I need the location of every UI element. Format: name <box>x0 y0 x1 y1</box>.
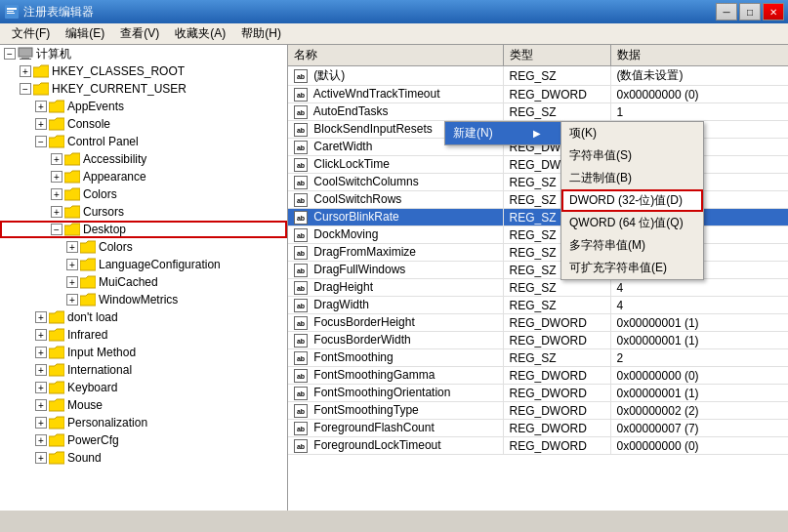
menu-view[interactable]: 查看(V) <box>112 23 167 44</box>
tree-item-colors_cp[interactable]: Colors <box>0 185 287 203</box>
expander-infrared[interactable] <box>35 329 47 341</box>
expander-appearance[interactable] <box>51 171 62 183</box>
context-menu[interactable]: 新建(N) ▶ <box>444 121 561 145</box>
expander-desktop[interactable] <box>51 224 62 235</box>
tree-item-inputmethod[interactable]: Input Method <box>0 344 287 361</box>
expander-international[interactable] <box>35 364 47 376</box>
tree-item-hkey_current_user[interactable]: HKEY_CURRENT_USER <box>0 80 287 98</box>
folder-icon-accessibility <box>64 152 83 167</box>
table-row[interactable]: ab FontSmoothingREG_SZ2 <box>288 349 788 367</box>
table-row[interactable]: ab DragHeightREG_SZ4 <box>288 279 788 297</box>
app-icon <box>4 4 20 20</box>
expander-keyboard[interactable] <box>35 382 47 393</box>
table-row[interactable]: ab FontSmoothingGammaREG_DWORD0x00000000… <box>288 367 788 385</box>
expander-accessibility[interactable] <box>51 153 62 165</box>
submenu-item[interactable]: 可扩充字符串值(E) <box>561 257 703 279</box>
tree-item-languageconfiguration[interactable]: LanguageConfiguration <box>0 256 287 273</box>
table-row[interactable]: ab AutoEndTasksREG_SZ1 <box>288 103 788 121</box>
expander-muicached[interactable] <box>66 276 78 288</box>
expander-colors_cp[interactable] <box>51 188 62 200</box>
tree-item-desktop[interactable]: Desktop <box>0 221 287 238</box>
cell-data: (数值未设置) <box>610 66 788 86</box>
tree-item-hkey_classes_root[interactable]: HKEY_CLASSES_ROOT <box>0 62 287 80</box>
cell-name: ab FocusBorderHeight <box>288 314 503 332</box>
tree-item-console[interactable]: Console <box>0 115 287 133</box>
svg-marker-7 <box>33 65 49 77</box>
expander-console[interactable] <box>35 118 47 130</box>
tree-item-international[interactable]: International <box>0 361 287 379</box>
svg-marker-8 <box>33 83 49 95</box>
submenu-item[interactable]: 多字符串值(M) <box>561 234 703 257</box>
svg-marker-29 <box>49 452 64 464</box>
tree-item-keyboard[interactable]: Keyboard <box>0 379 287 396</box>
table-row[interactable]: ab ActiveWndTrackTimeoutREG_DWORD0x00000… <box>288 86 788 103</box>
table-row[interactable]: ab ForegroundFlashCountREG_DWORD0x000000… <box>288 420 788 437</box>
tree-item-computer[interactable]: 计算机 <box>0 45 287 62</box>
tree-item-dontload[interactable]: don't load <box>0 308 287 326</box>
minimize-button[interactable]: ─ <box>716 3 737 20</box>
table-row[interactable]: ab FocusBorderWidthREG_DWORD0x00000001 (… <box>288 332 788 349</box>
submenu-item[interactable]: 字符串值(S) <box>561 144 703 167</box>
registry-tree[interactable]: 计算机HKEY_CLASSES_ROOTHKEY_CURRENT_USERApp… <box>0 45 288 511</box>
close-button[interactable]: ✕ <box>763 3 784 20</box>
maximize-button[interactable]: □ <box>739 3 761 20</box>
table-row[interactable]: ab DragWidthREG_SZ4 <box>288 297 788 314</box>
submenu-item[interactable]: 二进制值(B) <box>561 167 703 189</box>
cell-name-text: CursorBlinkRate <box>311 210 399 224</box>
expander-colors_desktop[interactable] <box>66 241 78 253</box>
tree-item-colors_desktop[interactable]: Colors <box>0 238 287 256</box>
table-row[interactable]: ab (默认)REG_SZ(数值未设置) <box>288 66 788 86</box>
col-name[interactable]: 名称 <box>288 45 503 66</box>
menu-edit[interactable]: 编辑(E) <box>58 23 112 44</box>
table-row[interactable]: ab ForegroundLockTimeoutREG_DWORD0x00000… <box>288 437 788 455</box>
table-row[interactable]: ab FontSmoothingOrientationREG_DWORD0x00… <box>288 385 788 402</box>
menu-help[interactable]: 帮助(H) <box>233 23 289 44</box>
new-submenu[interactable]: 项(K)字符串值(S)二进制值(B)DWORD (32-位)值(D)QWORD … <box>560 121 704 280</box>
expander-sound[interactable] <box>35 452 47 464</box>
tree-item-infrared[interactable]: Infrared <box>0 326 287 344</box>
expander-cursors[interactable] <box>51 206 62 218</box>
reg-value-icon: ab <box>294 141 308 154</box>
menu-file[interactable]: 文件(F) <box>4 23 58 44</box>
expander-windowmetrics[interactable] <box>66 294 78 306</box>
tree-item-control_panel[interactable]: Control Panel <box>0 133 287 150</box>
submenu-item[interactable]: 项(K) <box>561 122 703 144</box>
submenu-item[interactable]: DWORD (32-位)值(D) <box>561 189 703 212</box>
table-row[interactable]: ab FocusBorderHeightREG_DWORD0x00000001 … <box>288 314 788 332</box>
expander-control_panel[interactable] <box>35 136 47 147</box>
tree-item-appevents[interactable]: AppEvents <box>0 98 287 115</box>
context-menu-new[interactable]: 新建(N) ▶ <box>445 122 560 144</box>
expander-hkey_current_user[interactable] <box>20 83 31 95</box>
tree-item-mouse[interactable]: Mouse <box>0 396 287 414</box>
tree-item-personalization[interactable]: Personalization <box>0 414 287 431</box>
cell-name-text: DragFullWindows <box>311 263 405 276</box>
tree-item-sound[interactable]: Sound <box>0 449 287 467</box>
folder-icon-cursors <box>64 205 83 220</box>
menu-favorites[interactable]: 收藏夹(A) <box>167 23 233 44</box>
cell-name-text: FocusBorderWidth <box>311 333 411 347</box>
expander-hkey_classes_root[interactable] <box>20 65 31 77</box>
col-data[interactable]: 数据 <box>610 45 788 66</box>
col-type[interactable]: 类型 <box>503 45 610 66</box>
reg-value-icon: ab <box>294 369 308 383</box>
reg-value-icon: ab <box>294 281 308 295</box>
expander-computer[interactable] <box>4 48 16 60</box>
tree-item-appearance[interactable]: Appearance <box>0 168 287 185</box>
expander-powercfg[interactable] <box>35 434 47 446</box>
submenu-item[interactable]: QWORD (64 位)值(Q) <box>561 212 703 234</box>
expander-inputmethod[interactable] <box>35 347 47 358</box>
tree-item-cursors[interactable]: Cursors <box>0 203 287 221</box>
tree-item-powercfg[interactable]: PowerCfg <box>0 431 287 449</box>
expander-languageconfiguration[interactable] <box>66 259 78 270</box>
cell-data: 1 <box>610 103 788 121</box>
tree-item-windowmetrics[interactable]: WindowMetrics <box>0 291 287 308</box>
expander-mouse[interactable] <box>35 399 47 411</box>
tree-label-hkey_current_user: HKEY_CURRENT_USER <box>52 82 187 96</box>
tree-item-accessibility[interactable]: Accessibility <box>0 150 287 168</box>
expander-dontload[interactable] <box>35 311 47 323</box>
cell-name: ab ActiveWndTrackTimeout <box>288 86 503 103</box>
table-row[interactable]: ab FontSmoothingTypeREG_DWORD0x00000002 … <box>288 402 788 420</box>
expander-appevents[interactable] <box>35 101 47 112</box>
expander-personalization[interactable] <box>35 417 47 429</box>
tree-item-muicached[interactable]: MuiCached <box>0 273 287 291</box>
